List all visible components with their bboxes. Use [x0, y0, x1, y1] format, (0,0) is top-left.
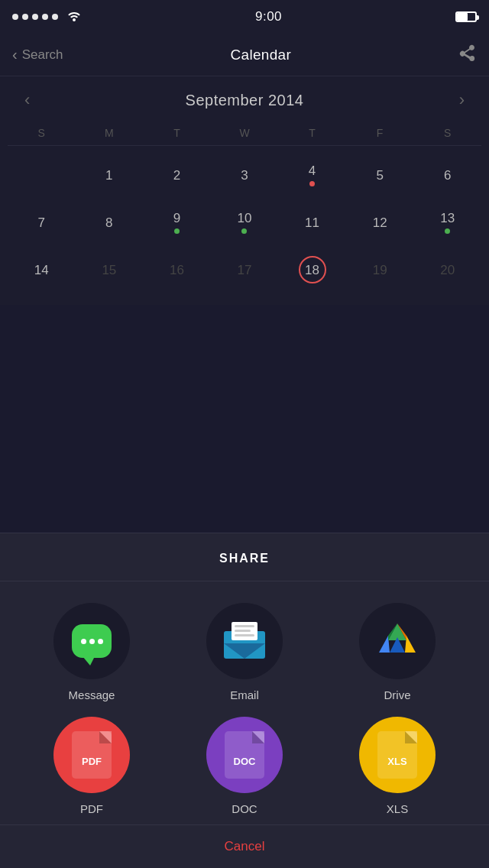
cal-day-13[interactable]: 13: [413, 199, 481, 245]
cal-day-4[interactable]: 4: [278, 152, 346, 198]
cal-day-15[interactable]: 15: [76, 247, 144, 293]
signal-dot-1: [12, 14, 18, 20]
svg-marker-2: [379, 636, 390, 653]
nav-title: Calendar: [231, 47, 292, 63]
weekday-mon: M: [76, 124, 144, 142]
battery-fill: [457, 13, 468, 21]
cal-day-17[interactable]: 17: [211, 247, 279, 293]
cal-day-empty: [8, 152, 76, 198]
email-icon-circle: [206, 603, 283, 679]
share-title: SHARE: [219, 552, 270, 565]
cal-day-12[interactable]: 12: [346, 199, 414, 245]
xls-icon-circle: XLS: [359, 717, 436, 793]
calendar-header: ‹ September 2014 ›: [0, 76, 489, 124]
cal-day-18-today[interactable]: 18: [278, 247, 346, 293]
share-item-message[interactable]: Message: [15, 603, 168, 701]
doc-label: DOC: [232, 802, 257, 815]
event-dot-green-13: [445, 228, 450, 234]
share-item-drive[interactable]: Drive: [321, 603, 474, 701]
pdf-file-icon: PDF: [72, 731, 112, 779]
msg-dot-3: [98, 639, 103, 644]
signal-dot-4: [42, 14, 48, 20]
drive-label: Drive: [384, 688, 410, 701]
weekday-thu: T: [278, 124, 346, 142]
svg-text:PDF: PDF: [82, 756, 102, 767]
signal-dot-2: [22, 14, 28, 20]
cancel-button[interactable]: Cancel: [0, 824, 489, 868]
signal-dot-5: [52, 14, 58, 20]
drive-logo-icon: [374, 620, 420, 662]
cal-day-20[interactable]: 20: [413, 247, 481, 293]
share-item-pdf[interactable]: PDF PDF: [15, 717, 168, 815]
signal-dots: [12, 9, 82, 24]
cal-day-16[interactable]: 16: [143, 247, 211, 293]
cal-day-7[interactable]: 7: [8, 199, 76, 245]
svg-text:XLS: XLS: [387, 756, 407, 767]
pdf-icon-circle: PDF: [53, 717, 130, 793]
weekdays-row: S M T W T F S: [0, 124, 489, 142]
drive-icon-circle: [359, 603, 436, 679]
chevron-left-icon: ‹: [12, 46, 18, 63]
doc-file-icon: DOC: [225, 731, 264, 779]
msg-dot-1: [81, 639, 86, 644]
weekday-fri: F: [346, 124, 414, 142]
cal-day-8[interactable]: 8: [76, 199, 144, 245]
prev-month-button[interactable]: ‹: [24, 90, 30, 110]
status-bar: 9:00: [0, 0, 489, 34]
doc-icon-circle: DOC: [206, 717, 283, 793]
email-label: Email: [230, 688, 259, 701]
nav-bar: ‹ Search Calendar: [0, 34, 489, 76]
svg-marker-0: [224, 643, 265, 659]
share-overlay: SHARE Message: [0, 533, 489, 868]
cal-day-1[interactable]: 1: [76, 152, 144, 198]
signal-dot-3: [32, 14, 38, 20]
share-item-xls[interactable]: XLS XLS: [321, 717, 474, 815]
event-dot-green-10: [241, 228, 247, 234]
msg-dot-2: [89, 639, 95, 644]
xls-label: XLS: [387, 802, 408, 815]
cancel-label: Cancel: [225, 839, 265, 853]
calendar-divider: [8, 145, 481, 146]
status-time: 9:00: [255, 9, 282, 24]
share-button[interactable]: [458, 42, 477, 68]
envelope-letter: [232, 622, 257, 640]
cal-day-11[interactable]: 11: [278, 199, 346, 245]
cal-day-5[interactable]: 5: [346, 152, 414, 198]
message-bubble-icon: [72, 624, 112, 658]
month-title: September 2014: [186, 92, 304, 109]
back-button[interactable]: ‹ Search: [12, 46, 63, 63]
cal-day-2[interactable]: 2: [143, 152, 211, 198]
cal-day-9[interactable]: 9: [143, 199, 211, 245]
svg-marker-3: [405, 636, 416, 653]
letter-line-2: [235, 630, 251, 632]
xls-file-icon: XLS: [377, 731, 417, 779]
next-month-button[interactable]: ›: [459, 90, 465, 110]
email-envelope-icon: [222, 622, 267, 660]
calendar-grid: 1 2 3 4 5 6 7 8 9 10 11 12 13 14 15 16 1…: [0, 152, 489, 293]
message-icon-circle: [53, 603, 130, 679]
calendar-section: ‹ September 2014 › S M T W T F S 1 2 3 4…: [0, 76, 489, 305]
share-header: SHARE: [0, 533, 489, 581]
event-dot-red: [309, 181, 315, 186]
weekday-tue: T: [143, 124, 211, 142]
cal-day-14[interactable]: 14: [8, 247, 76, 293]
share-icons-grid: Message: [0, 581, 489, 824]
letter-line-1: [235, 625, 254, 627]
weekday-wed: W: [211, 124, 279, 142]
cal-day-10[interactable]: 10: [211, 199, 279, 245]
svg-text:DOC: DOC: [234, 756, 257, 767]
wifi-icon: [66, 9, 82, 24]
letter-line-3: [235, 634, 254, 636]
event-dot-green-9: [174, 228, 180, 234]
cal-day-3[interactable]: 3: [211, 152, 279, 198]
envelope-flap: [224, 643, 265, 659]
share-item-doc[interactable]: DOC DOC: [168, 717, 321, 815]
pdf-label: PDF: [80, 802, 103, 815]
back-label: Search: [22, 47, 63, 63]
message-label: Message: [69, 688, 115, 701]
weekday-sat: S: [413, 124, 481, 142]
weekday-sun: S: [8, 124, 76, 142]
cal-day-6[interactable]: 6: [413, 152, 481, 198]
share-item-email[interactable]: Email: [168, 603, 321, 701]
cal-day-19[interactable]: 19: [346, 247, 414, 293]
